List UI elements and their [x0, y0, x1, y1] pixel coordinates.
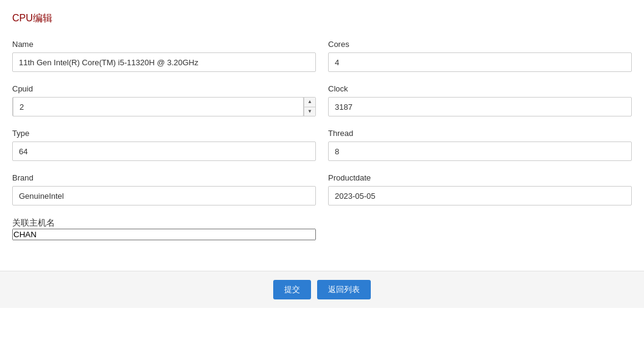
cpuid-decrement-button[interactable]: ▼	[304, 107, 315, 116]
form-group-clock: Clock	[328, 84, 632, 116]
page-title: CPU编辑	[12, 12, 632, 25]
type-label: Type	[12, 129, 316, 138]
form-group-cpuid: Cpuid ▲ ▼	[12, 84, 316, 116]
form-group-name: Name	[12, 40, 316, 72]
productdate-label: Productdate	[328, 173, 632, 182]
form-group-cores: Cores	[328, 40, 632, 72]
cpuid-spinner: ▲ ▼	[12, 97, 316, 116]
back-button[interactable]: 返回列表	[317, 280, 371, 299]
type-input[interactable]	[12, 141, 316, 161]
cores-label: Cores	[328, 40, 632, 49]
form-row-name-cores: Name Cores	[12, 40, 632, 72]
cpuid-label: Cpuid	[12, 84, 316, 93]
cpuid-input[interactable]	[13, 97, 304, 116]
brand-label: Brand	[12, 173, 316, 182]
form-group-type: Type	[12, 129, 316, 161]
form-group-thread: Thread	[328, 129, 632, 161]
form-group-productdate: Productdate	[328, 173, 632, 206]
form-group-brand: Brand	[12, 173, 316, 206]
brand-input[interactable]	[12, 186, 316, 206]
clock-label: Clock	[328, 84, 632, 93]
name-label: Name	[12, 40, 316, 49]
form-row-brand-productdate: Brand Productdate	[12, 173, 632, 206]
hostname-input[interactable]	[12, 229, 316, 240]
cpuid-increment-button[interactable]: ▲	[304, 98, 315, 107]
clock-input[interactable]	[328, 97, 632, 116]
submit-button[interactable]: 提交	[273, 280, 311, 299]
cpuid-spinner-buttons: ▲ ▼	[304, 98, 315, 116]
thread-input[interactable]	[328, 141, 632, 161]
hostname-label: 关联主机名	[12, 218, 316, 229]
name-input[interactable]	[12, 52, 316, 72]
form-row-cpuid-clock: Cpuid ▲ ▼ Clock	[12, 84, 632, 116]
thread-label: Thread	[328, 129, 632, 138]
productdate-input[interactable]	[328, 186, 632, 206]
form-section: Name Cores Cpuid ▲ ▼ Cloc	[12, 40, 632, 265]
form-row-hostname: 关联主机名	[12, 218, 632, 240]
page-container: CPU编辑 Name Cores Cpuid ▲ ▼	[0, 0, 644, 361]
cores-input[interactable]	[328, 52, 632, 72]
footer-bar: 提交 返回列表	[0, 271, 644, 308]
form-group-hostname: 关联主机名	[12, 218, 316, 240]
form-row-type-thread: Type Thread	[12, 129, 632, 161]
